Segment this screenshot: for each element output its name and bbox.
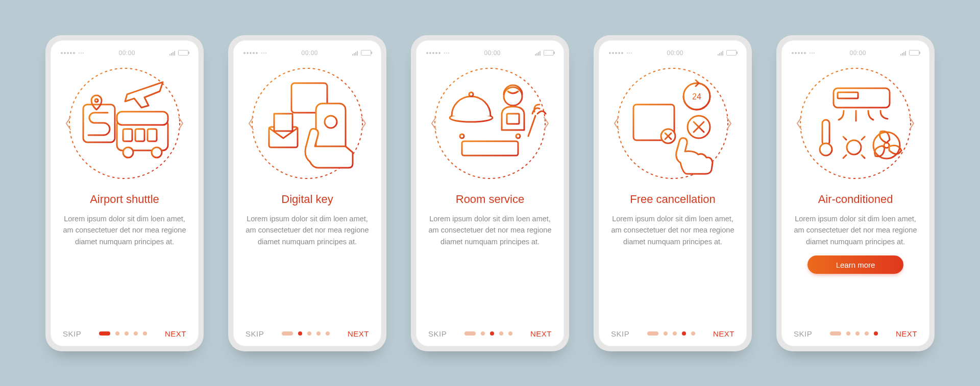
carrier-icon: ⋯ (444, 49, 450, 57)
svg-rect-38 (462, 141, 518, 156)
phone-frame: ⋯ 00:00 (411, 35, 569, 351)
skip-button[interactable]: SKIP (611, 329, 629, 338)
status-dots-icon (792, 52, 806, 54)
onboarding-description: Lorem ipsum dolor sit dim loen amet, am … (792, 213, 919, 247)
status-dots-icon (243, 52, 258, 54)
pager-dot[interactable] (143, 331, 147, 336)
pager-dot[interactable] (307, 331, 311, 336)
battery-icon (726, 50, 737, 56)
learn-more-button[interactable]: Learn more (807, 255, 903, 274)
free-cancellation-illustration: 24 (614, 65, 731, 182)
skip-button[interactable]: SKIP (246, 329, 264, 338)
pager-dot[interactable] (464, 331, 476, 336)
status-bar: ⋯ 00:00 (61, 49, 188, 57)
phone-frame: ⋯ 00:00 24 (594, 35, 752, 351)
battery-icon (544, 50, 554, 56)
pager-dot[interactable] (830, 331, 841, 336)
next-button[interactable]: NEXT (165, 329, 186, 338)
carrier-icon: ⋯ (78, 49, 85, 57)
pager-dot[interactable] (282, 331, 293, 336)
bottom-controls: SKIP NEXT (426, 326, 554, 339)
status-time: 00:00 (118, 49, 135, 57)
onboarding-screen: ⋯ 00:00 (781, 40, 929, 346)
onboarding-title: Room service (456, 192, 524, 207)
battery-icon (178, 50, 188, 56)
svg-rect-4 (117, 112, 168, 125)
svg-point-34 (469, 92, 473, 96)
status-bar: ⋯ 00:00 (243, 49, 371, 57)
carrier-icon: ⋯ (626, 49, 633, 57)
bottom-controls: SKIP NEXT (609, 326, 737, 339)
carrier-icon: ⋯ (809, 49, 816, 57)
battery-icon (909, 50, 919, 56)
onboarding-screen: ⋯ 00:00 (233, 40, 381, 346)
svg-point-35 (504, 87, 522, 106)
air-conditioned-illustration (797, 65, 914, 182)
pager-dot[interactable] (874, 331, 878, 336)
bottom-controls: SKIP NEXT (792, 326, 919, 339)
next-button[interactable]: NEXT (530, 329, 552, 338)
mockup-stage: ⋯ 00:00 (0, 0, 980, 386)
onboarding-screen: ⋯ 00:00 24 (599, 40, 747, 346)
skip-button[interactable]: SKIP (794, 329, 812, 338)
pager-dot[interactable] (115, 331, 119, 336)
pager-dot[interactable] (682, 331, 686, 336)
status-bar: ⋯ 00:00 (426, 49, 554, 57)
onboarding-screen: ⋯ 00:00 (416, 40, 564, 346)
battery-icon (361, 50, 371, 56)
pager-dot[interactable] (490, 331, 494, 336)
pager-dot[interactable] (855, 331, 860, 336)
next-button[interactable]: NEXT (713, 329, 734, 338)
svg-point-9 (123, 147, 133, 158)
signal-icon (169, 50, 175, 56)
svg-line-80 (862, 155, 865, 158)
svg-point-2 (95, 99, 98, 102)
pager-dot[interactable] (664, 331, 668, 336)
pager-dot[interactable] (647, 331, 658, 336)
svg-line-79 (843, 155, 846, 158)
pager-dot[interactable] (134, 331, 138, 336)
phone-frame: ⋯ 00:00 (45, 35, 204, 351)
pager-dot[interactable] (691, 331, 695, 336)
svg-line-77 (843, 137, 846, 140)
signal-icon (900, 50, 906, 56)
svg-line-37 (528, 116, 535, 136)
next-button[interactable]: NEXT (896, 329, 917, 338)
page-indicator (282, 331, 330, 336)
signal-icon (352, 50, 358, 56)
room-service-illustration (431, 65, 549, 182)
onboarding-title: Digital key (281, 192, 333, 207)
page-indicator (99, 331, 147, 336)
carrier-icon: ⋯ (261, 49, 267, 57)
bottom-controls: SKIP NEXT (243, 326, 371, 339)
onboarding-title: Airport shuttle (90, 192, 159, 207)
pager-dot[interactable] (481, 331, 485, 336)
page-indicator (647, 331, 695, 336)
pager-dot[interactable] (846, 331, 850, 336)
pager-dot[interactable] (298, 331, 302, 336)
page-indicator (830, 331, 878, 336)
status-time: 00:00 (849, 49, 866, 57)
pager-dot[interactable] (673, 331, 677, 336)
svg-point-72 (847, 140, 861, 155)
onboarding-description: Lorem ipsum dolor sit dim loen amet, am … (426, 213, 554, 247)
svg-point-62 (800, 68, 911, 178)
next-button[interactable]: NEXT (348, 329, 369, 338)
pager-dot[interactable] (499, 331, 503, 336)
skip-button[interactable]: SKIP (63, 329, 81, 338)
pager-dot[interactable] (99, 331, 110, 336)
status-dots-icon (426, 52, 440, 54)
pager-dot[interactable] (326, 331, 330, 336)
status-bar: ⋯ 00:00 (792, 49, 919, 57)
airport-shuttle-illustration (66, 65, 183, 182)
phone-frame: ⋯ 00:00 (228, 35, 386, 351)
skip-button[interactable]: SKIP (428, 329, 447, 338)
pager-dot[interactable] (316, 331, 321, 336)
pager-dot[interactable] (125, 331, 129, 336)
onboarding-description: Lorem ipsum dolor sit dim loen amet, am … (609, 213, 737, 247)
onboarding-description: Lorem ipsum dolor sit dim loen amet, am … (61, 213, 188, 247)
pager-dot[interactable] (508, 331, 512, 336)
svg-point-10 (152, 147, 162, 158)
pager-dot[interactable] (865, 331, 869, 336)
phone-frame: ⋯ 00:00 (776, 35, 935, 351)
